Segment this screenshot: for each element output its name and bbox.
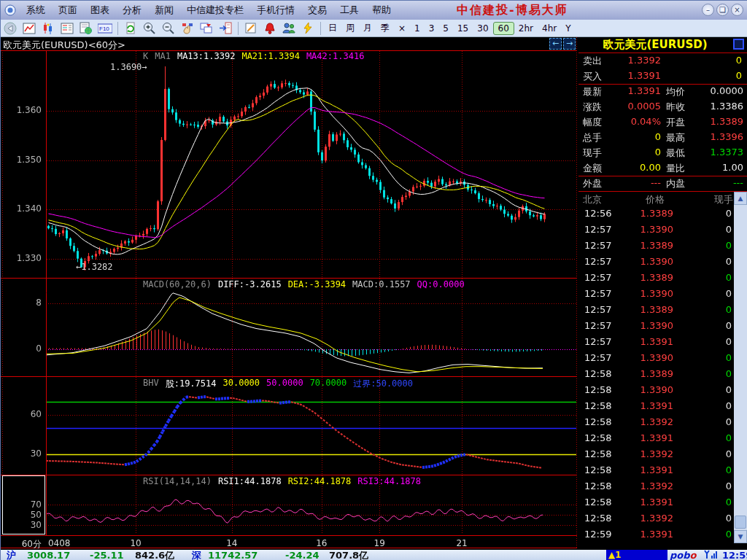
edit-icon[interactable] <box>243 21 259 36</box>
period-button-3[interactable]: 3 <box>425 23 439 34</box>
scroll-down-icon[interactable]: ▼ <box>734 530 747 543</box>
value-1: 0 <box>612 131 661 142</box>
flash-icon[interactable] <box>300 21 316 36</box>
period-button-4hr[interactable]: 4hr <box>538 23 561 34</box>
scroll-thumb[interactable] <box>735 516 746 529</box>
tick-price: 1.3389 <box>630 240 673 251</box>
alert-indicator[interactable]: ▲1 <box>606 550 667 560</box>
period-button-日[interactable]: 日 <box>324 21 341 35</box>
goto-icon[interactable] <box>217 21 233 36</box>
menu-item-页面[interactable]: 页面 <box>52 1 84 19</box>
menu-item-新闻[interactable]: 新闻 <box>148 1 180 19</box>
back-icon[interactable] <box>2 21 18 36</box>
low-annotation: ←1.3282 <box>76 262 113 272</box>
period-button-30[interactable]: 30 <box>473 23 492 34</box>
tick-price: 1.3391 <box>630 497 673 508</box>
label-2: 昨收 <box>666 101 697 114</box>
users-icon[interactable] <box>281 21 297 36</box>
volume: 0 <box>688 55 742 66</box>
price-tick-1.340: 1.340 <box>1 203 42 214</box>
candlestick-icon[interactable] <box>40 21 56 36</box>
period-button-15[interactable]: 15 <box>453 23 473 34</box>
tick-volume: 0 <box>688 320 732 331</box>
tick-volume: 0 <box>688 368 732 379</box>
close-button[interactable]: × <box>731 4 743 16</box>
report-icon[interactable] <box>78 21 94 36</box>
tick-time: 12:57 <box>584 352 616 363</box>
bhv-tick-30: 30 <box>1 448 42 459</box>
label-1: 总手 <box>583 131 614 144</box>
app-icon <box>2 3 18 18</box>
alarm-icon[interactable] <box>262 21 278 36</box>
tick-time: 12:57 <box>584 272 616 283</box>
period-button-5[interactable]: 5 <box>438 23 453 34</box>
tick-time: 12:57 <box>584 288 616 299</box>
pobo-logo: pobo <box>670 550 696 560</box>
period-button-2hr[interactable]: 2hr <box>514 23 538 34</box>
label: 买入 <box>583 70 616 83</box>
drag-hand-icon[interactable] <box>179 21 196 36</box>
zoom-in-icon[interactable] <box>142 21 158 36</box>
app-title: 中信建投-博易大师 <box>457 3 568 18</box>
menu-item-图表[interactable]: 图表 <box>84 1 116 19</box>
line-chart-icon[interactable] <box>21 21 37 36</box>
period-button-周[interactable]: 周 <box>341 21 359 35</box>
tick-volume: 0 <box>688 304 732 315</box>
label: 卖出 <box>583 55 616 68</box>
period-button-1[interactable]: 1 <box>410 23 425 34</box>
tick-price: 1.3389 <box>630 368 673 379</box>
macd-legend: MACD(60,20,6) DIFF:-3.2615 DEA:-3.3394 M… <box>143 279 465 289</box>
menu-item-中信建投专栏[interactable]: 中信建投专栏 <box>180 1 250 19</box>
tick-time: 12:57 <box>584 224 616 235</box>
price-chart-canvas[interactable] <box>1 37 578 550</box>
ma21-value: MA21:1.3394 <box>241 51 299 61</box>
menu-item-帮助[interactable]: 帮助 <box>365 1 398 19</box>
value-2: 1.3396 <box>694 131 743 142</box>
value-2: 1.3389 <box>694 116 743 127</box>
svg-text:F10: F10 <box>99 26 109 32</box>
period-button-×[interactable]: × <box>394 23 410 34</box>
tick-price: 1.3391 <box>630 464 673 475</box>
sh-index: 3008.17 <box>27 550 70 560</box>
tick-price: 1.3390 <box>630 224 673 235</box>
menu-item-分析[interactable]: 分析 <box>116 1 148 19</box>
menu-item-系统[interactable]: 系统 <box>20 1 52 19</box>
menu-item-手机行情[interactable]: 手机行情 <box>250 1 301 19</box>
period-button-Y[interactable]: Y <box>561 23 575 34</box>
restore-button[interactable]: ❏ <box>716 4 729 16</box>
tick-price: 1.3390 <box>630 352 673 363</box>
tick-price: 1.3392 <box>630 481 673 491</box>
period-button-季[interactable]: 季 <box>376 21 394 35</box>
rsi-tick-30: 30 <box>1 520 42 530</box>
panel-restore-icon[interactable] <box>733 39 744 50</box>
tick-price: 1.3389 <box>630 208 673 219</box>
minimize-button[interactable]: – <box>702 4 714 16</box>
menu-item-工具[interactable]: 工具 <box>333 1 365 19</box>
tick-scrollbar[interactable]: ▲ ▼ <box>734 192 747 543</box>
menu-items: 系统页面图表分析新闻中信建投专栏手机行情交易工具帮助 <box>20 1 398 19</box>
cascade-windows-icon[interactable] <box>198 21 214 36</box>
tick-volume: 0 <box>688 288 732 299</box>
prev-contract-button[interactable]: ← <box>549 38 562 50</box>
f10-icon[interactable]: F10 <box>97 21 113 36</box>
tick-row: 12:571.33900 <box>578 254 734 271</box>
tick-table-header: 北京价格现手 <box>578 192 747 207</box>
next-contract-button[interactable]: → <box>563 38 576 50</box>
refresh-icon[interactable] <box>123 21 139 36</box>
label-1: 外盘 <box>583 177 614 190</box>
tick-time: 12:57 <box>584 304 616 315</box>
tick-row: 12:571.33910 <box>578 335 734 351</box>
value-2: 1.00 <box>694 162 743 173</box>
period-button-月[interactable]: 月 <box>359 21 376 35</box>
quote-list-icon[interactable] <box>59 21 75 36</box>
tick-row: 12:571.33900 <box>578 351 734 367</box>
value-1: 0.0005 <box>612 101 661 112</box>
zoom-out-icon[interactable] <box>160 21 177 36</box>
menu-item-交易[interactable]: 交易 <box>301 1 333 19</box>
quote-row-外盘: 外盘---内盘--- <box>578 176 747 191</box>
tick-price: 1.3391 <box>630 432 673 443</box>
period-button-60[interactable]: 60 <box>493 22 514 35</box>
tick-price: 1.3390 <box>630 256 673 267</box>
tick-time: 12:59 <box>584 529 616 540</box>
tick-volume: 0 <box>688 497 732 508</box>
